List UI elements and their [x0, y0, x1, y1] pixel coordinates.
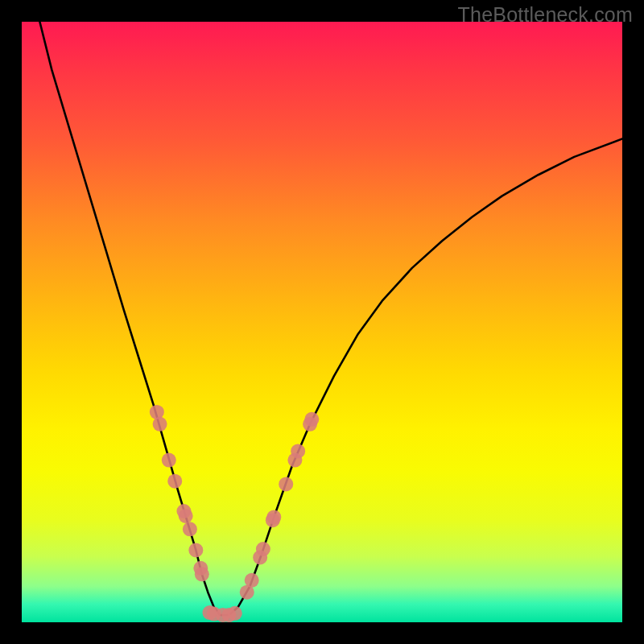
curve-path-group — [39, 22, 622, 615]
chart-svg — [22, 22, 622, 622]
marker-dot — [153, 417, 167, 431]
marker-dot — [179, 509, 193, 523]
highlighted-points — [150, 405, 319, 622]
bottleneck-curve — [39, 22, 622, 615]
marker-dot — [245, 573, 259, 588]
marker-dot — [291, 444, 305, 458]
marker-dot — [162, 453, 176, 468]
chart-frame: TheBottleneck.com — [0, 0, 644, 644]
marker-dot — [183, 522, 197, 536]
marker-dot — [304, 412, 319, 427]
watermark-text: TheBottleneck.com — [458, 3, 633, 27]
marker-dot — [256, 542, 270, 556]
marker-dot — [266, 510, 281, 524]
marker-dot — [279, 477, 293, 491]
marker-dot — [167, 474, 182, 489]
marker-dot — [188, 543, 203, 557]
plot-area — [22, 22, 622, 622]
marker-dot — [228, 606, 242, 621]
marker-dot — [195, 567, 209, 581]
